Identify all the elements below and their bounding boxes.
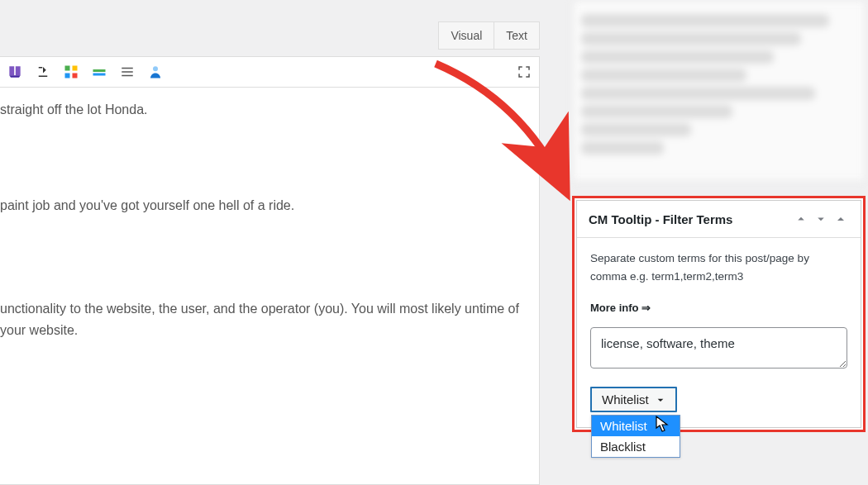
list-icon[interactable] (119, 64, 136, 80)
svg-rect-0 (65, 66, 70, 71)
select-value: Whitelist (602, 392, 649, 407)
grid-icon[interactable] (63, 64, 79, 80)
chevron-down-icon (654, 393, 667, 407)
select-dropdown: Whitelist Blacklist (591, 415, 680, 458)
option-blacklist[interactable]: Blacklist (592, 436, 680, 457)
chevron-down-icon[interactable] (813, 211, 829, 227)
sidebar: CM Tooltip - Filter Terms Separate custo… (562, 0, 868, 485)
svg-rect-2 (65, 74, 70, 78)
person-icon[interactable] (147, 64, 164, 80)
svg-rect-1 (73, 66, 78, 71)
filter-terms-panel: CM Tooltip - Filter Terms Separate custo… (572, 196, 866, 432)
blurred-panel (572, 0, 866, 182)
collapse-icon[interactable] (832, 211, 849, 227)
filter-type-select[interactable]: Whitelist Whitelist Blacklist (590, 387, 677, 412)
editor-tabs: Visual Text (438, 21, 540, 50)
editor-content[interactable]: straight off the lot Honda. paint job an… (0, 88, 540, 485)
panel-description: Separate custom terms for this post/page… (590, 250, 847, 285)
book-icon[interactable] (7, 64, 23, 80)
terms-input[interactable] (590, 327, 847, 369)
panel-header: CM Tooltip - Filter Terms (577, 201, 861, 238)
more-info-link[interactable]: More info ⇒ (590, 302, 651, 314)
editor-area: Visual Text straight off the lot Honda. … (0, 0, 550, 485)
panel-title: CM Tooltip - Filter Terms (589, 212, 789, 226)
svg-rect-4 (93, 69, 106, 72)
select-button[interactable]: Whitelist (590, 387, 677, 412)
svg-rect-5 (93, 74, 106, 76)
tab-visual[interactable]: Visual (438, 21, 494, 50)
import-icon[interactable] (35, 64, 51, 80)
svg-point-6 (153, 66, 158, 71)
editor-toolbar (0, 56, 540, 88)
content-line: unctionality to the website, the user, a… (0, 298, 531, 340)
chevron-up-icon[interactable] (793, 211, 809, 227)
content-line: paint job and you've got yourself one he… (0, 195, 531, 216)
tab-text[interactable]: Text (494, 21, 540, 50)
panel-body: Separate custom terms for this post/page… (577, 238, 861, 427)
row-icon[interactable] (91, 64, 107, 80)
option-whitelist[interactable]: Whitelist (592, 416, 680, 436)
svg-rect-3 (73, 74, 78, 78)
content-line: straight off the lot Honda. (0, 99, 531, 121)
fullscreen-icon[interactable] (516, 64, 532, 80)
